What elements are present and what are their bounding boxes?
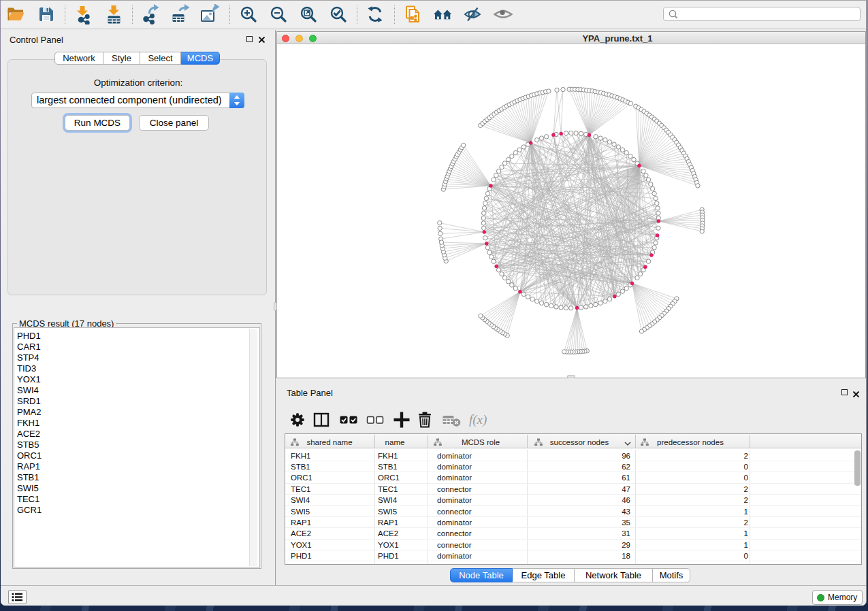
- svg-text:f(x): f(x): [469, 412, 487, 427]
